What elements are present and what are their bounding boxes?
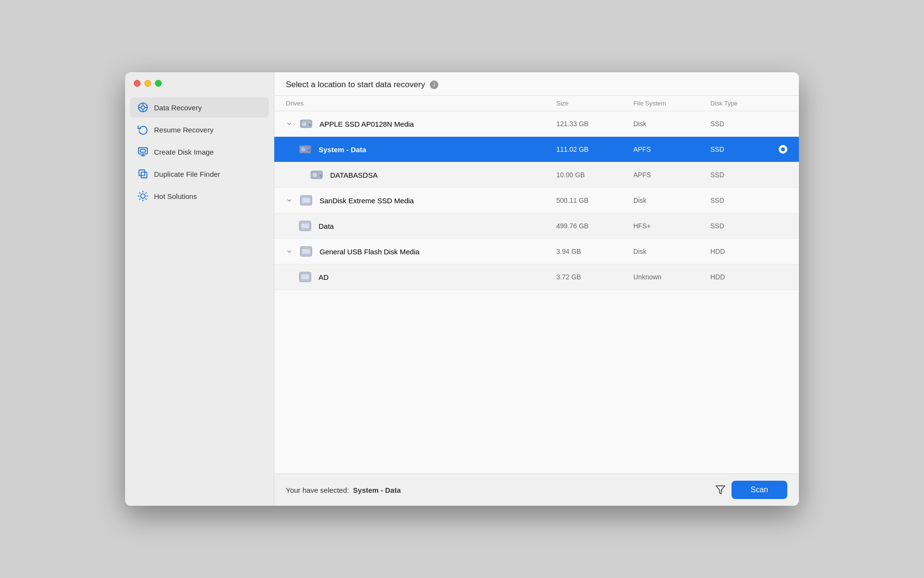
sidebar-item-create-disk-image[interactable]: Create Disk Image bbox=[130, 142, 269, 162]
traffic-lights bbox=[134, 80, 162, 87]
drive-disktype: SSD bbox=[710, 197, 787, 204]
svg-point-30 bbox=[320, 175, 322, 177]
drive-size: 111.02 GB bbox=[556, 145, 633, 153]
drive-name-cell: System - Data bbox=[297, 142, 556, 157]
svg-rect-10 bbox=[139, 170, 145, 176]
col-disktype: Disk Type bbox=[710, 100, 787, 107]
col-drives: Drives bbox=[286, 100, 556, 107]
drive-filesystem: APFS bbox=[633, 171, 710, 179]
drive-size: 121.33 GB bbox=[556, 120, 633, 128]
drive-row[interactable]: APPLE SSD AP0128N Media 121.33 GB Disk S… bbox=[274, 111, 799, 137]
drive-filesystem: HFS+ bbox=[633, 222, 710, 230]
drive-disktype: HDD bbox=[710, 248, 787, 255]
svg-rect-7 bbox=[141, 149, 146, 152]
sidebar: Data Recovery Resume Recovery bbox=[125, 72, 274, 506]
table-header: Drives Size File System Disk Type bbox=[274, 96, 799, 111]
col-filesystem: File System bbox=[633, 100, 710, 107]
sidebar-item-hot-solutions[interactable]: Hot Solutions bbox=[130, 186, 269, 206]
drive-name: General USB Flash Disk Media bbox=[320, 248, 420, 256]
sidebar-item-resume-recovery[interactable]: Resume Recovery bbox=[130, 119, 269, 140]
maximize-button[interactable] bbox=[155, 80, 162, 87]
svg-rect-29 bbox=[312, 172, 317, 177]
drive-size: 499.76 GB bbox=[556, 222, 633, 230]
chevron-down-icon bbox=[286, 197, 293, 204]
drive-name: APPLE SSD AP0128N Media bbox=[320, 120, 414, 128]
drive-group-apple-ssd: APPLE SSD AP0128N Media 121.33 GB Disk S… bbox=[274, 111, 799, 162]
svg-point-23 bbox=[309, 124, 311, 126]
svg-rect-34 bbox=[301, 223, 309, 229]
svg-line-19 bbox=[140, 199, 140, 199]
drive-group-sandisk: SanDisk Extreme SSD Media 500.11 GB Disk… bbox=[274, 188, 799, 239]
svg-line-15 bbox=[140, 193, 140, 193]
selected-label: Your have selected: System - Data bbox=[286, 486, 401, 494]
app-window: Data Recovery Resume Recovery bbox=[125, 72, 799, 506]
drive-size: 500.11 GB bbox=[556, 197, 633, 204]
minimize-button[interactable] bbox=[144, 80, 151, 87]
bottom-actions: Scan bbox=[715, 481, 787, 499]
svg-point-1 bbox=[141, 105, 144, 109]
selected-drive-name: System - Data bbox=[353, 486, 401, 494]
drive-filesystem: Disk bbox=[633, 197, 710, 204]
drive-name: DATABASDSA bbox=[330, 171, 378, 179]
sidebar-item-label: Data Recovery bbox=[154, 104, 202, 112]
drive-name: System - Data bbox=[319, 145, 366, 154]
close-button[interactable] bbox=[134, 80, 141, 87]
selected-prefix: Your have selected: bbox=[286, 486, 349, 494]
sidebar-item-label: Resume Recovery bbox=[154, 126, 213, 134]
svg-rect-26 bbox=[301, 147, 306, 152]
drive-row-ad[interactable]: AD 3.72 GB Unknown HDD bbox=[274, 264, 799, 290]
chevron-down-icon bbox=[286, 120, 293, 127]
drive-row-usb[interactable]: General USB Flash Disk Media 3.94 GB Dis… bbox=[274, 239, 799, 264]
drive-group-usb: General USB Flash Disk Media 3.94 GB Dis… bbox=[274, 239, 799, 290]
drive-disktype: SSD bbox=[710, 145, 787, 154]
drive-name-cell: SanDisk Extreme SSD Media bbox=[286, 193, 556, 208]
svg-rect-38 bbox=[301, 274, 309, 280]
drives-table: Drives Size File System Disk Type bbox=[274, 96, 799, 473]
svg-rect-11 bbox=[141, 172, 147, 178]
drive-name-cell: AD bbox=[297, 269, 556, 285]
radio-selected-icon bbox=[779, 145, 787, 154]
svg-line-20 bbox=[146, 193, 146, 193]
scan-button[interactable]: Scan bbox=[732, 481, 787, 499]
drive-name-cell: General USB Flash Disk Media bbox=[286, 244, 556, 259]
drive-name-cell: APPLE SSD AP0128N Media bbox=[286, 116, 556, 131]
drive-row-system-data[interactable]: System - Data 111.02 GB APFS SSD bbox=[274, 137, 799, 162]
sidebar-item-label: Duplicate File Finder bbox=[154, 170, 220, 178]
drive-row-databasdsa[interactable]: DATABASDSA 10.00 GB APFS SSD bbox=[274, 162, 799, 188]
svg-rect-22 bbox=[302, 121, 307, 126]
drive-row-data-partition[interactable]: Data 499.76 GB HFS+ SSD bbox=[274, 213, 799, 239]
svg-rect-32 bbox=[302, 197, 310, 203]
drive-size: 3.94 GB bbox=[556, 248, 633, 255]
drive-filesystem: Disk bbox=[633, 248, 710, 255]
drive-disktype: SSD bbox=[710, 222, 787, 230]
chevron-down-icon bbox=[286, 248, 293, 255]
drive-name: SanDisk Extreme SSD Media bbox=[320, 197, 414, 205]
drive-row-sandisk[interactable]: SanDisk Extreme SSD Media 500.11 GB Disk… bbox=[274, 188, 799, 213]
drive-name-cell: Data bbox=[297, 218, 556, 234]
disk-icon bbox=[309, 167, 324, 183]
svg-point-27 bbox=[308, 149, 310, 152]
disk-icon bbox=[298, 116, 314, 131]
disk-icon bbox=[297, 218, 313, 234]
svg-line-16 bbox=[146, 199, 146, 199]
duplicate-file-finder-icon bbox=[138, 169, 148, 179]
disk-icon bbox=[298, 244, 314, 259]
drive-filesystem: APFS bbox=[633, 145, 710, 153]
drive-group-databasdsa: DATABASDSA 10.00 GB APFS SSD bbox=[274, 162, 799, 188]
drive-filesystem: Unknown bbox=[633, 273, 710, 281]
sidebar-item-data-recovery[interactable]: Data Recovery bbox=[130, 97, 269, 118]
info-icon[interactable]: i bbox=[430, 80, 438, 89]
drive-name: AD bbox=[319, 273, 329, 281]
svg-point-12 bbox=[141, 194, 145, 198]
disk-icon bbox=[297, 269, 313, 285]
filter-icon[interactable] bbox=[715, 485, 726, 495]
svg-marker-39 bbox=[716, 486, 724, 494]
sidebar-item-duplicate-file-finder[interactable]: Duplicate File Finder bbox=[130, 164, 269, 184]
drive-size: 3.72 GB bbox=[556, 273, 633, 281]
disk-icon bbox=[298, 193, 314, 208]
bottom-bar: Your have selected: System - Data Scan bbox=[274, 473, 799, 506]
sidebar-item-label: Create Disk Image bbox=[154, 148, 214, 156]
page-title: Select a location to start data recovery bbox=[286, 80, 425, 90]
drive-disktype: HDD bbox=[710, 273, 787, 281]
svg-rect-36 bbox=[302, 249, 310, 254]
